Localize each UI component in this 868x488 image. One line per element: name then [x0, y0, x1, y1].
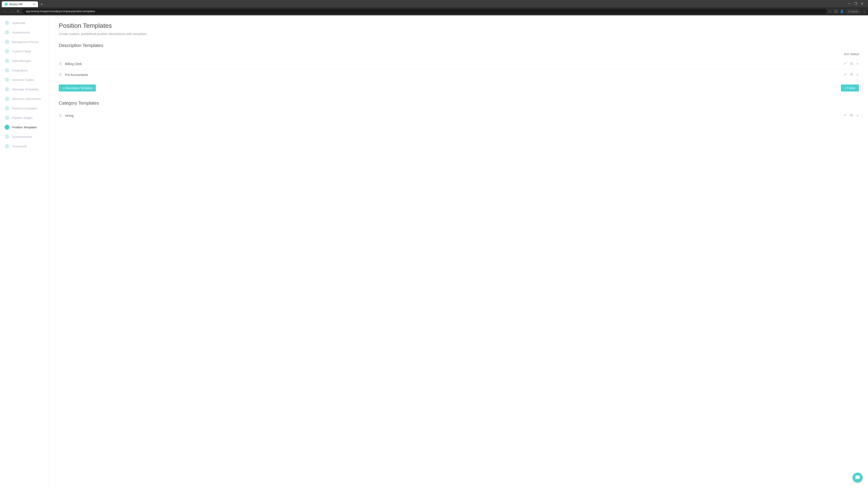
- sidebar-label-assessments: Assessments: [12, 31, 30, 34]
- sidebar: Approvals Assessments Background Checks …: [0, 15, 50, 488]
- sidebar-item-questionnaires[interactable]: Questionnaires: [0, 132, 50, 141]
- svg-point-5: [6, 69, 8, 71]
- template-name-billing-clerk: Billing Clerk: [65, 62, 844, 66]
- reload-button[interactable]: ↻: [16, 8, 20, 14]
- toolbar-actions: ☆ ⬛ 👤 Incognito ⋮: [829, 9, 866, 13]
- questionnaires-icon: [4, 134, 9, 139]
- sidebar-item-electronic-documents[interactable]: Electronic Documents: [0, 94, 50, 103]
- sidebar-item-assessments[interactable]: Assessments: [0, 28, 50, 37]
- sort-dropdown[interactable]: Sort: Default: [844, 53, 859, 56]
- url-text: app.breezy.hr/app/c/moodjoy/company/posi…: [26, 10, 95, 13]
- template-item-billing-clerk: ☰ Billing Clerk ✕: [59, 59, 859, 69]
- edit-for-accountants-button[interactable]: [844, 73, 847, 76]
- delete-for-accountants-button[interactable]: ✕: [856, 73, 859, 76]
- new-tab-button[interactable]: +: [39, 1, 44, 7]
- scorecards-icon: [4, 144, 9, 149]
- sidebar-item-custom-fields[interactable]: Custom Fields: [0, 46, 50, 56]
- pipeline-stages-icon: [4, 115, 9, 120]
- window-controls: ─ ❐ ✕: [848, 2, 866, 7]
- delete-hiring-button[interactable]: ✕: [856, 114, 859, 118]
- svg-point-7: [6, 88, 8, 90]
- svg-point-13: [6, 145, 8, 147]
- sidebar-label-approvals: Approvals: [12, 21, 25, 25]
- svg-point-2: [6, 41, 8, 43]
- sidebar-item-background-checks[interactable]: Background Checks: [0, 37, 50, 46]
- list-icon-hiring: ☰: [59, 113, 62, 118]
- sidebar-item-position-templates[interactable]: Position Templates: [0, 123, 50, 132]
- svg-point-1: [6, 31, 8, 33]
- minimize-button[interactable]: ─: [848, 2, 850, 5]
- delete-billing-clerk-button[interactable]: ✕: [856, 62, 859, 66]
- data-manager-icon: [4, 58, 9, 63]
- sidebar-label-data-manager: Data Manager: [12, 59, 31, 63]
- sidebar-label-pipeline-stages: Pipeline Stages: [12, 116, 33, 120]
- sidebar-label-position-templates: Position Templates: [12, 126, 37, 129]
- extensions-icon[interactable]: ⬛: [834, 9, 838, 13]
- close-tab-button[interactable]: ✕: [33, 3, 35, 6]
- category-template-list: ☰ Hiring ✕: [59, 110, 859, 121]
- sidebar-item-integrations[interactable]: Integrations: [0, 66, 50, 75]
- main-content: Position Templates Create custom, predef…: [50, 15, 868, 488]
- svg-rect-18: [851, 115, 852, 116]
- svg-point-12: [6, 135, 8, 138]
- copy-billing-clerk-button[interactable]: [850, 62, 853, 66]
- edit-hiring-button[interactable]: [844, 113, 847, 118]
- background-checks-icon: [4, 39, 9, 44]
- svg-point-4: [6, 60, 8, 62]
- svg-rect-17: [850, 73, 852, 75]
- template-actions-hiring: ✕: [844, 113, 859, 118]
- description-template-buttons: + Description Template + Folder: [59, 85, 859, 92]
- position-templates-icon: [4, 125, 9, 130]
- description-template-list: ☰ Billing Clerk ✕ ☰ For Accountants: [59, 59, 859, 80]
- active-tab[interactable]: B Breezy HR ✕: [2, 1, 38, 7]
- sidebar-item-nurture-campaigns[interactable]: Nurture Campaigns: [0, 103, 50, 113]
- restore-button[interactable]: ❐: [854, 2, 857, 5]
- electronic-documents-icon: [4, 96, 9, 101]
- list-icon-billing-clerk: ☰: [59, 62, 62, 66]
- message-templates-icon: [4, 87, 9, 92]
- approvals-icon: [4, 20, 9, 25]
- add-folder-button[interactable]: + Folder: [841, 85, 859, 92]
- sidebar-item-scorecards[interactable]: Scorecards: [0, 141, 50, 151]
- template-actions-for-accountants: ✕: [844, 73, 859, 76]
- edit-billing-clerk-button[interactable]: [844, 62, 847, 66]
- profile-icon[interactable]: 👤: [840, 9, 844, 13]
- menu-icon[interactable]: ⋮: [863, 9, 866, 13]
- template-item-for-accountants: ☰ For Accountants ✕: [59, 69, 859, 80]
- category-templates-heading: Category Templates: [59, 101, 859, 106]
- sidebar-label-interview-guides: Interview Guides: [12, 78, 34, 82]
- svg-point-10: [6, 117, 8, 119]
- svg-rect-14: [851, 63, 852, 65]
- sidebar-item-approvals[interactable]: Approvals: [0, 18, 50, 28]
- close-window-button[interactable]: ✕: [861, 2, 864, 5]
- svg-point-6: [6, 78, 8, 81]
- template-item-hiring: ☰ Hiring ✕: [59, 110, 859, 121]
- back-button[interactable]: ←: [2, 8, 7, 14]
- copy-hiring-button[interactable]: [850, 113, 853, 118]
- tab-favicon: B: [4, 3, 8, 6]
- assessments-icon: [4, 30, 9, 35]
- nurture-campaigns-icon: [4, 106, 9, 111]
- copy-for-accountants-button[interactable]: [850, 73, 853, 76]
- chat-fab-button[interactable]: [852, 473, 863, 483]
- svg-point-8: [6, 98, 8, 100]
- svg-point-3: [6, 50, 8, 53]
- browser-toolbar: ← → ↻ app.breezy.hr/app/c/moodjoy/compan…: [0, 7, 868, 15]
- sidebar-label-scorecards: Scorecards: [12, 144, 27, 148]
- interview-guides-icon: [4, 77, 9, 82]
- sidebar-item-pipeline-stages[interactable]: Pipeline Stages: [0, 113, 50, 123]
- browser-chrome: B Breezy HR ✕ + ─ ❐ ✕ ← → ↻ app.breezy.h…: [0, 0, 868, 15]
- description-templates-heading: Description Templates: [59, 43, 859, 48]
- forward-button[interactable]: →: [9, 8, 14, 14]
- add-description-template-button[interactable]: + Description Template: [59, 85, 96, 92]
- template-name-for-accountants: For Accountants: [65, 73, 844, 76]
- sidebar-label-message-templates: Message Templates: [12, 88, 38, 91]
- incognito-badge[interactable]: Incognito: [846, 9, 860, 13]
- sidebar-item-interview-guides[interactable]: Interview Guides: [0, 75, 50, 85]
- custom-fields-icon: [4, 49, 9, 54]
- url-bar[interactable]: app.breezy.hr/app/c/moodjoy/company/posi…: [22, 9, 827, 14]
- bookmark-icon[interactable]: ☆: [829, 9, 832, 13]
- sidebar-item-data-manager[interactable]: Data Manager: [0, 56, 50, 66]
- sidebar-item-message-templates[interactable]: Message Templates: [0, 85, 50, 94]
- svg-rect-19: [850, 114, 852, 116]
